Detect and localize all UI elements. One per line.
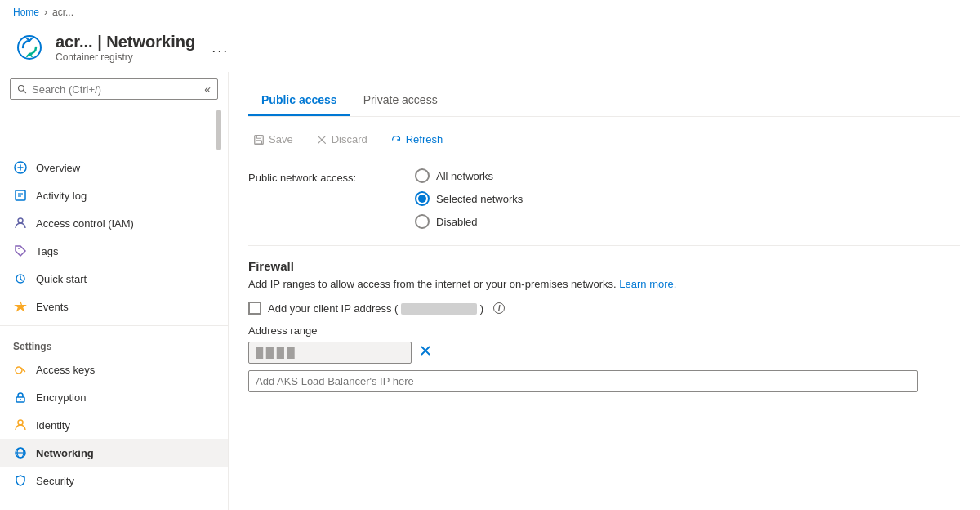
iam-icon (13, 216, 28, 230)
save-icon (253, 134, 265, 145)
access-keys-label: Access keys (36, 364, 95, 376)
add-balancer-input[interactable] (248, 370, 918, 392)
sidebar-item-quick-start[interactable]: Quick start (0, 265, 228, 293)
sidebar-item-encryption[interactable]: Encryption (0, 383, 228, 411)
svg-point-12 (20, 399, 21, 400)
client-ip-checkbox-row: Add your client IP address ( ██████████ … (248, 302, 960, 315)
firewall-heading: Firewall (248, 259, 960, 273)
refresh-icon (390, 134, 402, 145)
toolbar: Save Discard Refresh (248, 130, 960, 149)
breadcrumb: Home › acr... (0, 0, 980, 25)
svg-point-10 (16, 367, 22, 374)
sidebar-item-identity[interactable]: Identity (0, 411, 228, 439)
address-range-label: Address range (248, 324, 960, 337)
discard-button[interactable]: Discard (311, 130, 372, 149)
svg-point-8 (18, 218, 23, 223)
sidebar-item-events[interactable]: Events (0, 293, 228, 320)
quickstart-label: Quick start (36, 273, 87, 285)
radio-selected-networks[interactable]: Selected networks (415, 191, 523, 206)
page-subtitle: Container registry (56, 51, 195, 63)
header-text: acr... | Networking Container registry (56, 33, 195, 63)
tab-bar: Public access Private access (248, 85, 960, 117)
sidebar-item-security[interactable]: Security (0, 467, 228, 494)
radio-all-networks[interactable]: All networks (415, 168, 523, 183)
activity-log-icon (13, 188, 28, 203)
search-input[interactable] (32, 83, 199, 96)
delete-address-button[interactable] (418, 343, 433, 362)
content-area: Public access Private access Save Discar… (229, 72, 980, 510)
access-keys-icon (13, 362, 28, 377)
public-network-label: Public network access: (248, 168, 395, 184)
svg-rect-5 (16, 190, 25, 200)
svg-rect-0 (15, 33, 44, 62)
activity-log-label: Activity log (36, 190, 87, 202)
quickstart-icon (13, 271, 28, 286)
tab-public-access[interactable]: Public access (248, 85, 350, 116)
save-button[interactable]: Save (248, 130, 298, 149)
encryption-icon (13, 390, 28, 405)
resource-icon (13, 31, 46, 64)
discard-icon (316, 134, 327, 145)
sidebar-collapse-button[interactable]: « (204, 83, 211, 96)
radio-disabled-circle (415, 214, 430, 229)
networking-label: Networking (36, 447, 94, 459)
client-ip-checkbox[interactable] (248, 302, 261, 315)
section-divider (248, 245, 960, 246)
firewall-section: Firewall Add IP ranges to allow access f… (248, 259, 960, 392)
svg-line-3 (24, 91, 26, 93)
events-icon (13, 299, 28, 314)
identity-label: Identity (36, 419, 70, 432)
sidebar-item-access-control[interactable]: Access control (IAM) (0, 209, 228, 237)
address-range-input[interactable] (248, 342, 412, 364)
firewall-description: Add IP ranges to allow access from the i… (248, 278, 960, 290)
settings-section-label: Settings (0, 331, 228, 356)
tags-label: Tags (36, 245, 58, 257)
page-header: acr... | Networking Container registry .… (0, 25, 980, 72)
client-ip-label: Add your client IP address ( ██████████ … (268, 302, 483, 315)
overview-label: Overview (36, 162, 80, 174)
refresh-button[interactable]: Refresh (385, 130, 448, 149)
encryption-label: Encryption (36, 391, 86, 404)
sidebar: « Overview Activity log Access control (… (0, 72, 229, 510)
security-label: Security (36, 475, 74, 487)
address-range-row (248, 342, 960, 364)
tab-private-access[interactable]: Private access (350, 85, 451, 116)
client-ip-value: ██████████ (401, 303, 477, 315)
radio-all-networks-circle (415, 168, 430, 183)
more-options-button[interactable]: ... (212, 39, 229, 56)
search-icon (17, 83, 27, 95)
sidebar-item-overview[interactable]: Overview (0, 154, 228, 181)
networking-icon (13, 445, 28, 460)
sidebar-item-tags[interactable]: Tags (0, 237, 228, 265)
tags-icon (13, 244, 28, 258)
svg-point-9 (18, 248, 20, 249)
events-label: Events (36, 301, 69, 313)
page-title: acr... | Networking (56, 33, 195, 51)
info-icon[interactable]: i (493, 302, 505, 314)
security-icon (13, 473, 28, 488)
svg-point-13 (18, 420, 23, 425)
svg-rect-17 (256, 135, 261, 138)
radio-selected-networks-circle (415, 191, 430, 206)
iam-label: Access control (IAM) (36, 217, 134, 230)
sidebar-item-activity-log[interactable]: Activity log (0, 181, 228, 209)
learn-more-link[interactable]: Learn more. (619, 278, 676, 290)
radio-disabled[interactable]: Disabled (415, 214, 523, 229)
search-box[interactable]: « (10, 78, 218, 100)
sidebar-item-access-keys[interactable]: Access keys (0, 356, 228, 383)
network-access-radio-group: All networks Selected networks Disabled (415, 168, 523, 229)
sidebar-item-networking[interactable]: Networking (0, 439, 228, 467)
sidebar-divider (0, 325, 228, 326)
public-network-access-row: Public network access: All networks Sele… (248, 168, 960, 229)
breadcrumb-resource: acr... (52, 7, 74, 18)
identity-icon (13, 418, 28, 432)
overview-icon (13, 160, 28, 175)
breadcrumb-home[interactable]: Home (13, 7, 39, 18)
